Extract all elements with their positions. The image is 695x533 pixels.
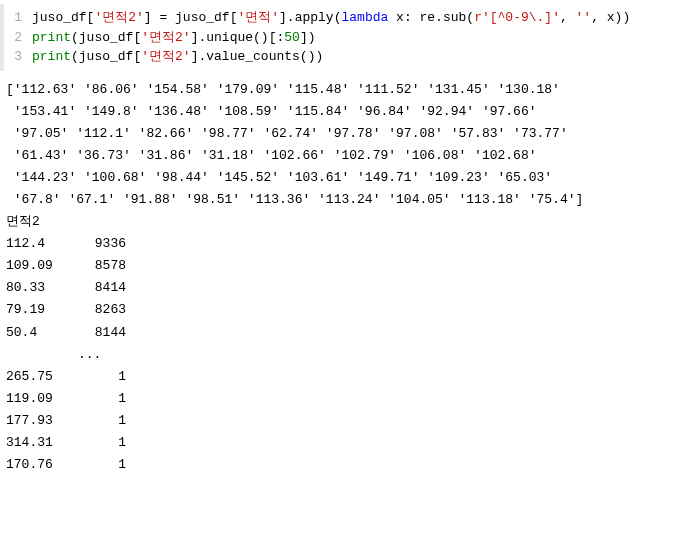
vc-value: 9336 bbox=[86, 233, 126, 255]
line-number: 3 bbox=[4, 47, 32, 67]
code-line: 3 print(juso_df['면적2'].value_counts()) bbox=[4, 47, 695, 67]
value-counts-row: 314.311 bbox=[6, 432, 695, 454]
code-line: 1 juso_df['면적2'] = juso_df['면적'].apply(l… bbox=[4, 8, 695, 28]
vc-value: 8414 bbox=[86, 277, 126, 299]
vc-value: 1 bbox=[86, 410, 126, 432]
vc-key: 170.76 bbox=[6, 454, 86, 476]
value-counts-header: 면적2 bbox=[6, 211, 695, 233]
value-counts-row: 80.338414 bbox=[6, 277, 695, 299]
output-line: '67.8' '67.1' '91.88' '98.51' '113.36' '… bbox=[6, 189, 695, 211]
value-counts-bottom: 265.751119.091177.931314.311170.761 bbox=[6, 366, 695, 476]
code-text: print(juso_df['면적2'].value_counts()) bbox=[32, 47, 687, 67]
vc-value: 1 bbox=[86, 366, 126, 388]
vc-value: 8578 bbox=[86, 255, 126, 277]
vc-key: 79.19 bbox=[6, 299, 86, 321]
value-counts-row: 50.48144 bbox=[6, 322, 695, 344]
output-line: '61.43' '36.73' '31.86' '31.18' '102.66'… bbox=[6, 145, 695, 167]
vc-key: 109.09 bbox=[6, 255, 86, 277]
vc-key: 50.4 bbox=[6, 322, 86, 344]
vc-key: 119.09 bbox=[6, 388, 86, 410]
code-text: juso_df['면적2'] = juso_df['면적'].apply(lam… bbox=[32, 8, 687, 28]
code-cell[interactable]: 1 juso_df['면적2'] = juso_df['면적'].apply(l… bbox=[0, 4, 695, 71]
output-line: ['112.63' '86.06' '154.58' '179.09' '115… bbox=[6, 79, 695, 101]
vc-value: 8263 bbox=[86, 299, 126, 321]
output-line: '144.23' '100.68' '98.44' '145.52' '103.… bbox=[6, 167, 695, 189]
vc-value: 1 bbox=[86, 454, 126, 476]
array-output: ['112.63' '86.06' '154.58' '179.09' '115… bbox=[6, 79, 695, 212]
value-counts-top: 112.49336109.09857880.33841479.19826350.… bbox=[6, 233, 695, 343]
value-counts-row: 170.761 bbox=[6, 454, 695, 476]
code-text: print(juso_df['면적2'].unique()[:50]) bbox=[32, 28, 687, 48]
vc-value: 1 bbox=[86, 388, 126, 410]
value-counts-ellipsis: ... bbox=[6, 344, 695, 366]
vc-key: 80.33 bbox=[6, 277, 86, 299]
value-counts-row: 112.49336 bbox=[6, 233, 695, 255]
vc-value: 8144 bbox=[86, 322, 126, 344]
vc-key: 112.4 bbox=[6, 233, 86, 255]
value-counts-row: 265.751 bbox=[6, 366, 695, 388]
line-number: 1 bbox=[4, 8, 32, 28]
vc-key: 177.93 bbox=[6, 410, 86, 432]
output-line: '97.05' '112.1' '82.66' '98.77' '62.74' … bbox=[6, 123, 695, 145]
value-counts-row: 79.198263 bbox=[6, 299, 695, 321]
code-line: 2 print(juso_df['면적2'].unique()[:50]) bbox=[4, 28, 695, 48]
output-cell: ['112.63' '86.06' '154.58' '179.09' '115… bbox=[0, 71, 695, 481]
value-counts-row: 177.931 bbox=[6, 410, 695, 432]
vc-key: 265.75 bbox=[6, 366, 86, 388]
value-counts-row: 109.098578 bbox=[6, 255, 695, 277]
vc-key: 314.31 bbox=[6, 432, 86, 454]
value-counts-row: 119.091 bbox=[6, 388, 695, 410]
vc-value: 1 bbox=[86, 432, 126, 454]
line-number: 2 bbox=[4, 28, 32, 48]
output-line: '153.41' '149.8' '136.48' '108.59' '115.… bbox=[6, 101, 695, 123]
